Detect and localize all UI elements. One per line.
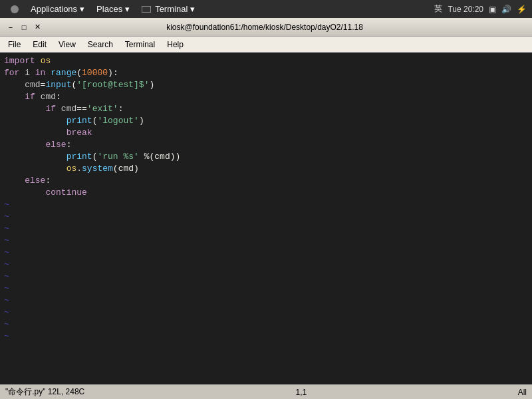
code-line-3: cmd=input('[root@test]$') — [4, 79, 528, 91]
code-line-7: break — [4, 127, 528, 139]
maximize-button[interactable]: □ — [19, 22, 29, 33]
code-line-12: continue — [4, 187, 528, 199]
title-bar: − □ ✕ kiosk@foundation61:/home/kiosk/Des… — [0, 18, 532, 37]
close-button[interactable]: ✕ — [32, 22, 43, 33]
menu-terminal[interactable]: Terminal — [120, 39, 160, 51]
tilde-line-7: ~ — [4, 271, 528, 283]
places-menu[interactable]: Places ▾ — [91, 3, 135, 15]
window-title: kiosk@foundation61:/home/kiosk/Desktop/d… — [43, 23, 487, 32]
code-line-10: os.system(cmd) — [4, 163, 528, 175]
tilde-line-10: ~ — [4, 307, 528, 319]
tilde-line-6: ~ — [4, 259, 528, 271]
terminal-icon — [142, 6, 151, 13]
tilde-line-11: ~ — [4, 319, 528, 331]
menu-edit[interactable]: Edit — [27, 39, 52, 51]
tilde-line-12: ~ — [4, 331, 528, 342]
applications-menu[interactable]: Applications ▾ — [25, 3, 90, 15]
terminal-window: − □ ✕ kiosk@foundation61:/home/kiosk/Des… — [0, 18, 532, 399]
terminal-menu-top[interactable]: Terminal ▾ — [136, 3, 200, 15]
system-bar: Applications ▾ Places ▾ Terminal ▾ 英 Tue… — [0, 0, 532, 18]
tilde-line-1: ~ — [4, 199, 528, 211]
code-line-9: print('run %s' %(cmd)) — [4, 151, 528, 163]
apple-menu[interactable] — [5, 4, 24, 15]
file-info: "命令行.py" 12L, 248C — [5, 386, 84, 398]
menu-search[interactable]: Search — [82, 39, 118, 51]
code-line-6: print('logout') — [4, 115, 528, 127]
chevron-down-icon: ▾ — [125, 4, 130, 14]
window-controls: − □ ✕ — [5, 22, 43, 33]
tilde-line-2: ~ — [4, 211, 528, 223]
status-bar: "命令行.py" 12L, 248C 1,1 All — [0, 384, 532, 399]
apple-icon — [11, 5, 19, 13]
language-indicator[interactable]: 英 — [434, 3, 442, 15]
code-line-11: else: — [4, 175, 528, 187]
battery-icon: ⚡ — [517, 5, 527, 14]
menu-file[interactable]: File — [3, 39, 26, 51]
chevron-down-icon: ▾ — [190, 4, 195, 14]
code-line-5: if cmd=='exit': — [4, 103, 528, 115]
menu-help[interactable]: Help — [162, 39, 189, 51]
editor-area[interactable]: import os for i in range(10000): cmd=inp… — [0, 53, 532, 384]
system-bar-left: Applications ▾ Places ▾ Terminal ▾ — [5, 3, 200, 15]
tilde-line-3: ~ — [4, 223, 528, 235]
system-bar-right: 英 Tue 20:20 ▣ 🔊 ⚡ — [434, 3, 527, 15]
tilde-line-4: ~ — [4, 235, 528, 247]
menu-bar: File Edit View Search Terminal Help — [0, 37, 532, 53]
code-line-2: for i in range(10000): — [4, 67, 528, 79]
sound-icon: 🔊 — [501, 5, 511, 14]
code-line-1: import os — [4, 55, 528, 67]
chevron-down-icon: ▾ — [80, 4, 84, 14]
tilde-line-9: ~ — [4, 295, 528, 307]
screen-icon: ▣ — [489, 5, 496, 14]
tilde-line-5: ~ — [4, 247, 528, 259]
code-line-8: else: — [4, 139, 528, 151]
scroll-position: All — [518, 388, 527, 397]
datetime-display: Tue 20:20 — [448, 5, 483, 14]
menu-view[interactable]: View — [53, 39, 81, 51]
tilde-line-8: ~ — [4, 283, 528, 295]
code-line-4: if cmd: — [4, 91, 528, 103]
minimize-button[interactable]: − — [5, 22, 16, 33]
cursor-position: 1,1 — [296, 388, 307, 397]
